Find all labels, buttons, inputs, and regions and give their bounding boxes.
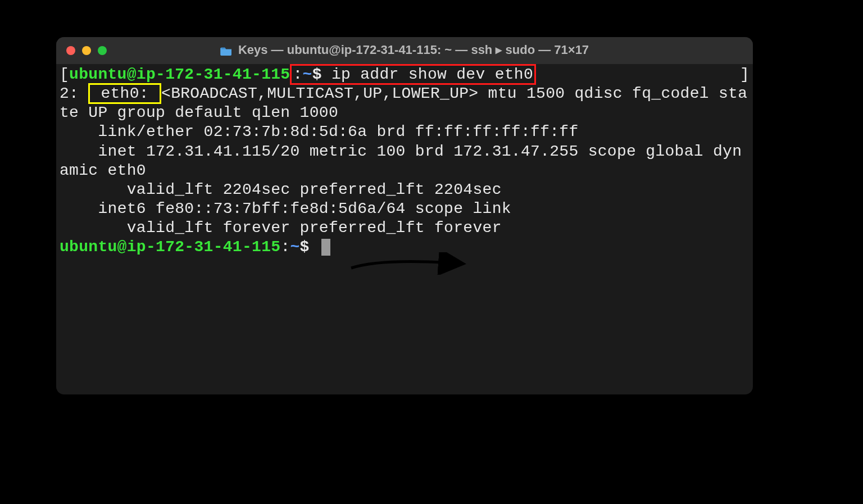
folder-icon — [220, 45, 233, 55]
terminal-body[interactable]: [ubuntu@ip-172-31-41-115:~$ ip addr show… — [56, 64, 753, 394]
output-line-5: inet6 fe80::73:7bff:fe8d:5d6a/64 scope l… — [60, 200, 511, 217]
close-button[interactable] — [66, 46, 75, 55]
window-title: Keys — ubuntu@ip-172-31-41-115: ~ — ssh … — [238, 43, 589, 57]
annotation-arrow-icon — [348, 252, 466, 275]
interface-name-highlight: eth0: — [88, 83, 161, 104]
prompt-path: ~ — [303, 66, 312, 83]
prompt2-colon: : — [280, 238, 290, 256]
titlebar[interactable]: Keys — ubuntu@ip-172-31-41-115: ~ — ssh … — [56, 37, 753, 64]
terminal-window: Keys — ubuntu@ip-172-31-41-115: ~ — ssh … — [56, 37, 753, 394]
command-highlight-box: :~$ ip addr show dev eth0 — [290, 64, 536, 85]
zoom-button[interactable] — [98, 46, 107, 55]
prompt-dollar: $ — [312, 66, 322, 83]
output-line-6: valid_lft forever preferred_lft forever — [60, 219, 502, 237]
command-text: ip addr show dev eth0 — [322, 66, 533, 83]
output-line-3: inet 172.31.41.115/20 metric 100 brd 172… — [60, 143, 742, 179]
prompt2-user-host: ubuntu@ip-172-31-41-115 — [60, 238, 280, 256]
prompt-user-host: ubuntu@ip-172-31-41-115 — [69, 66, 290, 83]
output-line-2: link/ether 02:73:7b:8d:5d:6a brd ff:ff:f… — [60, 123, 579, 140]
minimize-button[interactable] — [82, 46, 91, 55]
prompt2-dollar: $ — [300, 238, 310, 256]
bracket-open: [ — [60, 66, 69, 83]
output-line-4: valid_lft 2204sec preferred_lft 2204sec — [60, 181, 502, 198]
output-line-1-rest: <BROADCAST,MULTICAST,UP,LOWER_UP> mtu 15… — [60, 85, 747, 121]
prompt-colon: : — [293, 66, 302, 83]
bracket-close: ] — [740, 65, 750, 84]
cursor — [321, 239, 330, 256]
traffic-lights — [56, 46, 107, 55]
prompt2-path: ~ — [290, 238, 299, 256]
output-line-1-pre: 2: — [60, 85, 88, 102]
window-title-container: Keys — ubuntu@ip-172-31-41-115: ~ — ssh … — [56, 43, 753, 59]
